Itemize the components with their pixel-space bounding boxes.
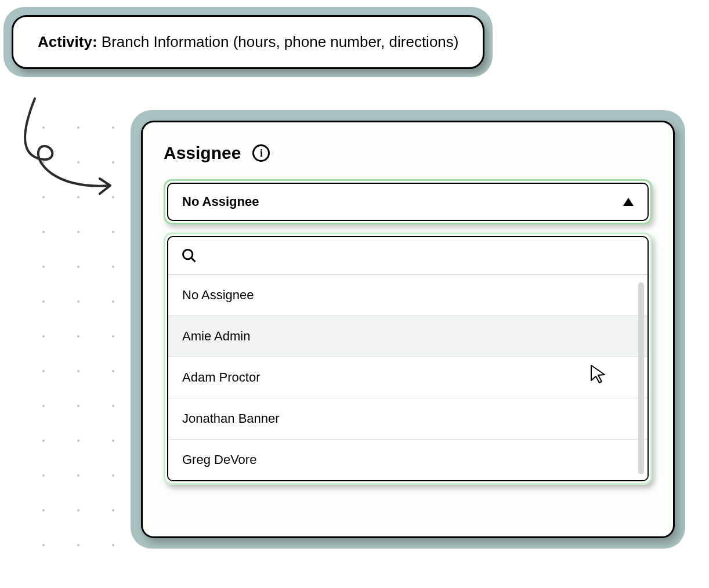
assignee-select-outline: No Assignee <box>164 179 652 224</box>
assignee-title: Assignee <box>164 143 241 163</box>
activity-card-frame: Activity: Branch Information (hours, pho… <box>3 7 493 77</box>
assignee-selected-value: No Assignee <box>182 194 259 209</box>
assignee-select[interactable]: No Assignee <box>167 183 649 221</box>
svg-point-0 <box>183 250 193 259</box>
svg-line-1 <box>191 258 195 262</box>
assignee-search-row[interactable] <box>168 237 647 275</box>
activity-card: Activity: Branch Information (hours, pho… <box>12 15 484 69</box>
assignee-search-input[interactable] <box>204 249 635 263</box>
assignee-header: Assignee i <box>164 143 652 163</box>
assignee-option[interactable]: Adam Proctor <box>168 357 647 398</box>
assignee-dropdown: No AssigneeAmie AdminAdam ProctorJonatha… <box>167 236 649 481</box>
cursor-icon <box>589 364 607 384</box>
assignee-option[interactable]: Amie Admin <box>168 316 647 357</box>
assignee-option-list: No AssigneeAmie AdminAdam ProctorJonatha… <box>168 275 647 480</box>
assignee-panel: Assignee i No Assignee <box>141 121 675 538</box>
assignee-dropdown-outline: No AssigneeAmie AdminAdam ProctorJonatha… <box>164 233 652 485</box>
assignee-option[interactable]: No Assignee <box>168 275 647 316</box>
assignee-panel-frame: Assignee i No Assignee <box>131 110 685 549</box>
info-icon[interactable]: i <box>252 144 270 162</box>
activity-label: Activity: <box>38 33 97 50</box>
assignee-option[interactable]: Jonathan Banner <box>168 398 647 440</box>
assignee-option[interactable]: Greg DeVore <box>168 440 647 480</box>
search-icon <box>181 248 197 264</box>
caret-up-icon <box>623 198 634 206</box>
connector-arrow-icon <box>12 93 128 209</box>
scrollbar[interactable] <box>638 282 644 474</box>
activity-value: Branch Information (hours, phone number,… <box>102 33 459 50</box>
